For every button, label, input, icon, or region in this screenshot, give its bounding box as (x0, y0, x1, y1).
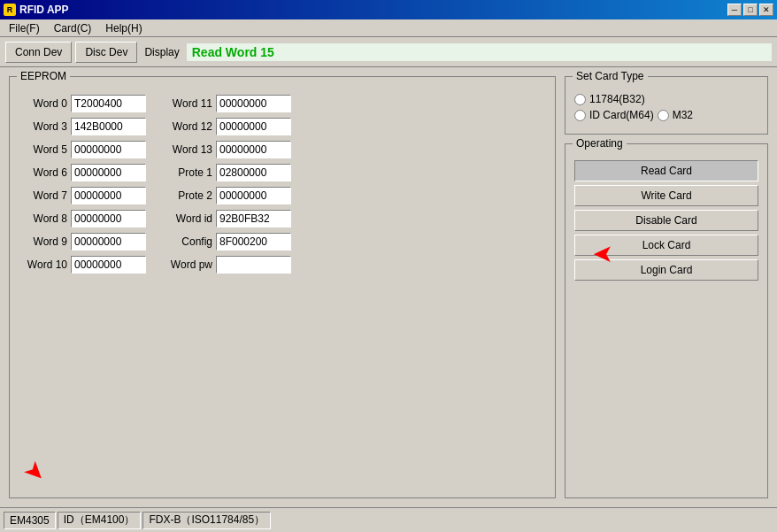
radio-m64[interactable] (574, 110, 586, 121)
field-row-word11: Word 11 (164, 95, 291, 112)
input-word11[interactable] (216, 95, 291, 112)
field-row-wordid: Word id (164, 210, 291, 227)
main-content: EEPROM Word 0 Word 3 Word 5 Word 6 (0, 67, 777, 507)
label-word3: Word 3 (19, 120, 67, 133)
operating-title: Operating (573, 137, 627, 150)
menu-help[interactable]: Help(H) (98, 20, 149, 36)
field-row-word9: Word 9 (19, 233, 146, 251)
label-prote1: Prote 1 (164, 166, 212, 179)
field-row-prote2: Prote 2 (164, 187, 291, 204)
field-row-word7: Word 7 (19, 187, 146, 204)
label-word0: Word 0 (19, 97, 67, 110)
label-word10: Word 10 (19, 258, 67, 271)
read-card-button[interactable]: Read Card (574, 160, 758, 181)
status-fdxb: FDX-B（ISO11784/85） (142, 512, 271, 529)
radio-b32[interactable] (574, 94, 586, 105)
input-word8[interactable] (71, 210, 146, 227)
input-word9[interactable] (71, 233, 146, 251)
field-row-word8: Word 8 (19, 210, 146, 227)
minimize-button[interactable]: ─ (727, 4, 742, 16)
label-m64: ID Card(M64) (589, 109, 654, 121)
input-wordid[interactable] (216, 210, 291, 227)
label-word12: Word 12 (164, 120, 212, 133)
field-row-word13: Word 13 (164, 141, 291, 158)
label-word6: Word 6 (19, 166, 67, 179)
menu-file[interactable]: File(F) (2, 20, 47, 36)
input-word3[interactable] (71, 118, 146, 135)
menu-card[interactable]: Card(C) (47, 20, 99, 36)
eeprom-title: EEPROM (17, 70, 70, 82)
right-panel: Set Card Type 11784(B32) ID Card(M64) M3… (565, 76, 768, 498)
field-row-word3: Word 3 (19, 118, 146, 135)
toolbar: Conn Dev Disc Dev Display Read Word 15 (0, 37, 777, 67)
write-card-button[interactable]: Write Card (574, 185, 758, 206)
input-word10[interactable] (71, 256, 146, 274)
label-wordpw: Word pw (164, 258, 212, 271)
label-prote2: Prote 2 (164, 189, 212, 202)
field-row-wordpw: Word pw (164, 256, 291, 274)
radio-m32[interactable] (658, 110, 669, 121)
input-config[interactable] (216, 233, 291, 251)
menu-bar: File(F) Card(C) Help(H) (0, 19, 777, 37)
label-wordid: Word id (164, 212, 212, 225)
status-em4305: EM4305 (4, 512, 56, 529)
label-word5: Word 5 (19, 143, 67, 156)
label-config: Config (164, 235, 212, 248)
label-word9: Word 9 (19, 235, 67, 248)
eeprom-content: Word 0 Word 3 Word 5 Word 6 Word 7 (19, 95, 546, 274)
input-prote1[interactable] (216, 164, 291, 181)
input-word12[interactable] (216, 118, 291, 135)
input-prote2[interactable] (216, 187, 291, 204)
input-word0[interactable] (71, 95, 146, 112)
label-b32: 11784(B32) (589, 93, 645, 105)
radio-row-m64-m32: ID Card(M64) M32 (574, 109, 758, 121)
card-type-title: Set Card Type (573, 70, 648, 82)
label-word13: Word 13 (164, 143, 212, 156)
field-row-word12: Word 12 (164, 118, 291, 135)
operating-group: Operating Read Card Write Card Disable C… (565, 143, 768, 498)
title-bar-text: R RFID APP (4, 4, 69, 16)
card-type-options: 11784(B32) ID Card(M64) M32 (574, 93, 758, 121)
card-type-group: Set Card Type 11784(B32) ID Card(M64) M3… (565, 76, 768, 135)
eeprom-group: EEPROM Word 0 Word 3 Word 5 Word 6 (9, 76, 556, 498)
status-em4100: ID（EM4100） (58, 512, 142, 529)
label-word8: Word 8 (19, 212, 67, 225)
field-row-word0: Word 0 (19, 95, 146, 112)
eeprom-right-col: Word 11 Word 12 Word 13 Prote 1 Prote 2 (164, 95, 291, 274)
status-bar: EM4305 ID（EM4100） FDX-B（ISO11784/85） (0, 507, 777, 532)
title-bar-controls: ─ □ ✕ (727, 4, 773, 16)
field-row-word6: Word 6 (19, 164, 146, 181)
title-bar: R RFID APP ─ □ ✕ (0, 0, 777, 19)
input-word13[interactable] (216, 141, 291, 158)
field-row-word5: Word 5 (19, 141, 146, 158)
conn-dev-button[interactable]: Conn Dev (5, 42, 72, 63)
input-word6[interactable] (71, 164, 146, 181)
input-wordpw[interactable] (216, 256, 291, 274)
field-row-prote1: Prote 1 (164, 164, 291, 181)
field-row-word10: Word 10 (19, 256, 146, 274)
eeprom-left-col: Word 0 Word 3 Word 5 Word 6 Word 7 (19, 95, 146, 274)
app-icon: R (4, 4, 16, 16)
display-value: Read Word 15 (187, 43, 772, 61)
field-row-config: Config (164, 233, 291, 251)
radio-row-b32: 11784(B32) (574, 93, 758, 105)
label-word11: Word 11 (164, 97, 212, 110)
arrow-read-card: ➤ (593, 239, 613, 268)
close-button[interactable]: ✕ (759, 4, 773, 16)
input-word7[interactable] (71, 187, 146, 204)
label-m32: M32 (673, 109, 693, 121)
label-word7: Word 7 (19, 189, 67, 202)
disable-card-button[interactable]: Disable Card (574, 210, 758, 231)
input-word5[interactable] (71, 141, 146, 158)
display-label: Display (144, 46, 179, 58)
app-title: RFID APP (19, 4, 69, 16)
disc-dev-button[interactable]: Disc Dev (75, 42, 137, 63)
maximize-button[interactable]: □ (743, 4, 758, 16)
